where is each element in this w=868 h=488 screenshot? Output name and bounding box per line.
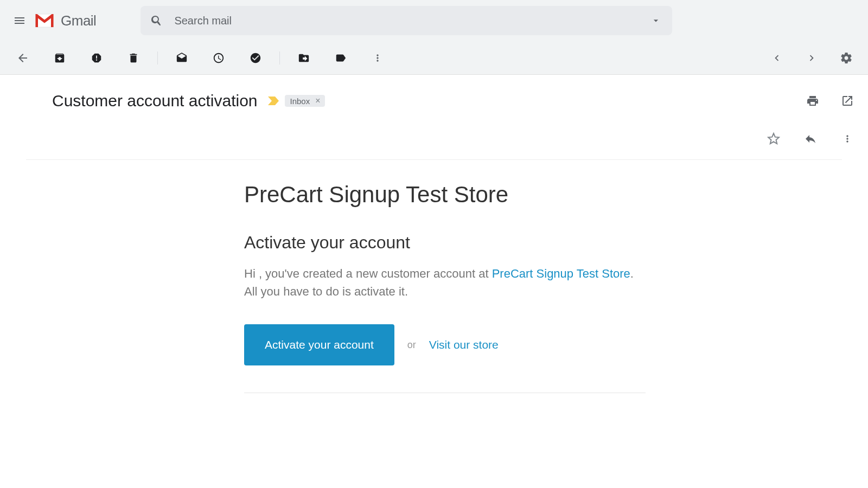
reply-icon [804, 132, 817, 145]
mark-unread-button[interactable] [171, 47, 193, 69]
chevron-left-icon [771, 52, 783, 64]
report-spam-button[interactable] [86, 47, 107, 69]
search-input[interactable] [170, 15, 643, 27]
delete-icon [127, 52, 139, 64]
chevron-right-icon [806, 52, 818, 64]
search-button[interactable] [144, 8, 170, 34]
reply-button[interactable] [800, 128, 821, 150]
add-to-tasks-button[interactable] [245, 47, 266, 69]
visit-store-link[interactable]: Visit our store [429, 338, 499, 351]
snooze-button[interactable] [208, 47, 229, 69]
body-divider [244, 393, 646, 393]
gear-icon [840, 52, 853, 65]
open-new-window-button[interactable] [837, 90, 858, 112]
greeting-prefix: Hi , you've created a new customer accou… [244, 267, 492, 280]
open-new-icon [841, 94, 854, 107]
or-text: or [407, 339, 416, 351]
archive-icon [54, 52, 66, 64]
spam-icon [91, 52, 103, 64]
add-task-icon [250, 52, 261, 64]
settings-button[interactable] [835, 47, 857, 69]
store-link[interactable]: PreCart Signup Test Store [492, 267, 630, 280]
inbox-label-chip[interactable]: Inbox × [285, 95, 325, 107]
remove-label-button[interactable]: × [313, 96, 322, 106]
dropdown-icon [650, 15, 661, 26]
newer-button[interactable] [801, 47, 822, 69]
app-name: Gmail [61, 12, 96, 29]
search-icon [150, 14, 163, 27]
arrow-back-icon [16, 52, 29, 65]
labels-button[interactable] [330, 47, 352, 69]
more-vert-icon [842, 133, 853, 144]
archive-button[interactable] [49, 47, 71, 69]
gmail-m-icon [35, 13, 54, 28]
email-subject: Customer account activation [52, 92, 258, 110]
activate-button[interactable]: Activate your account [244, 324, 394, 365]
print-button[interactable] [802, 90, 824, 112]
label-text: Inbox [290, 97, 310, 106]
print-icon [806, 94, 819, 107]
delete-button[interactable] [123, 47, 144, 69]
body-paragraph: Hi , you've created a new customer accou… [244, 265, 646, 300]
move-to-button[interactable] [293, 47, 315, 69]
importance-icon [267, 96, 279, 106]
older-button[interactable] [766, 47, 788, 69]
snooze-icon [213, 52, 225, 64]
toolbar-separator [279, 52, 280, 65]
star-button[interactable] [763, 128, 784, 150]
back-button[interactable] [12, 47, 34, 69]
more-vert-icon [372, 53, 383, 63]
star-icon [767, 132, 780, 145]
activate-heading: Activate your account [244, 233, 646, 253]
gmail-logo[interactable]: Gmail [35, 12, 96, 29]
mark-unread-icon [176, 52, 188, 64]
search-bar[interactable] [141, 6, 672, 35]
more-button[interactable] [367, 47, 388, 69]
importance-marker[interactable] [267, 96, 279, 106]
move-to-icon [298, 52, 310, 64]
message-more-button[interactable] [837, 128, 858, 150]
search-options-button[interactable] [643, 8, 669, 34]
toolbar-separator [157, 52, 158, 65]
hamburger-icon [13, 14, 26, 27]
store-name-heading: PreCart Signup Test Store [244, 182, 646, 208]
main-menu-button[interactable] [7, 8, 33, 34]
label-icon [335, 52, 347, 64]
